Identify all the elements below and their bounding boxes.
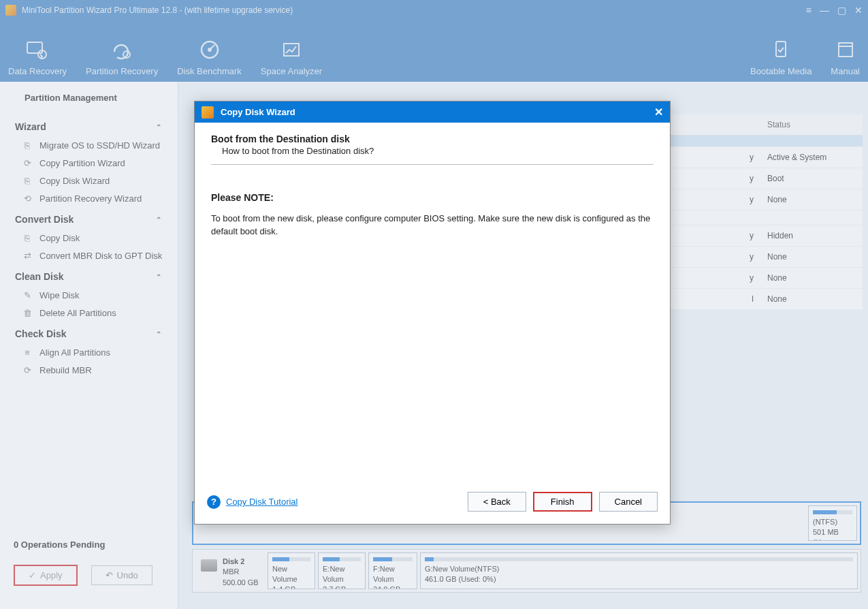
tab-partition-management[interactable]: Partition Management: [14, 86, 128, 110]
wizard-icon: [202, 106, 214, 119]
sidebar-item-copy-partition[interactable]: ⟳Copy Partition Wizard: [0, 154, 171, 172]
migrate-icon: ⎘: [22, 140, 33, 151]
sidebar-item-partition-recovery[interactable]: ⟲Partition Recovery Wizard: [0, 189, 171, 207]
copy-icon: ⎘: [22, 232, 33, 243]
undo-button[interactable]: ↶Undo: [91, 565, 152, 585]
apply-button[interactable]: ✓Apply: [14, 565, 78, 586]
disk-label: Disk 2 MBR 500.00 GB: [195, 552, 263, 589]
dialog-subheading: How to boot from the Destination disk?: [222, 146, 654, 156]
space-analyzer-button[interactable]: Space Analyzer: [261, 37, 322, 76]
sidebar-item-convert-mbr-gpt[interactable]: ⇄Convert MBR Disk to GPT Disk: [0, 247, 171, 264]
copy-partition-icon: ⟳: [22, 157, 33, 168]
divider: [211, 164, 654, 165]
maximize-icon[interactable]: ▢: [837, 5, 846, 16]
align-icon: ≡: [22, 347, 33, 358]
svg-rect-8: [839, 43, 852, 57]
dialog-title: Copy Disk Wizard: [221, 107, 654, 117]
back-button[interactable]: < Back: [468, 492, 526, 512]
operations-pending: 0 Operations Pending: [0, 531, 175, 558]
space-analyzer-icon: [279, 37, 304, 62]
partition-recovery-label: Partition Recovery: [86, 66, 158, 76]
data-recovery-icon: [25, 37, 50, 62]
sidebar-group-clean-disk[interactable]: Clean Disk⌃: [0, 264, 171, 286]
dialog-heading: Boot from the Destination disk: [211, 134, 654, 144]
chevron-up-icon: ⌃: [156, 216, 161, 223]
copy-disk-icon: ⎘: [22, 175, 33, 186]
sidebar-item-rebuild-mbr[interactable]: ⟳Rebuild MBR: [0, 361, 171, 379]
convert-icon: ⇄: [22, 250, 33, 261]
disk-icon: [201, 559, 217, 572]
tutorial-link[interactable]: ? Copy Disk Tutorial: [207, 495, 298, 509]
disk-benchmark-icon: [197, 37, 222, 62]
copy-disk-wizard-dialog: Copy Disk Wizard ✕ Boot from the Destina…: [194, 101, 671, 525]
sidebar-group-convert-disk[interactable]: Convert Disk⌃: [0, 207, 171, 229]
disk-partition[interactable]: F:New Volum34.8 GB (Us: [368, 552, 417, 589]
minimize-icon[interactable]: —: [820, 5, 829, 16]
disk-partition[interactable]: E:New Volum2.7 GB (Used: [318, 552, 366, 589]
col-header-status: Status: [760, 114, 863, 135]
disk-partition[interactable]: New Volume1.4 GB (Used: [268, 552, 315, 589]
chevron-up-icon: ⌃: [156, 273, 161, 281]
bootable-media-label: Bootable Media: [750, 66, 811, 76]
sidebar-item-copy-disk-wizard[interactable]: ⎘Copy Disk Wizard: [0, 172, 171, 189]
recovery-icon: ⟲: [22, 193, 33, 204]
tutorial-link-text[interactable]: Copy Disk Tutorial: [226, 497, 298, 507]
close-icon[interactable]: ✕: [854, 5, 863, 16]
space-analyzer-label: Space Analyzer: [261, 66, 322, 76]
main-toolbar: Data Recovery Partition Recovery Disk Be…: [0, 20, 868, 82]
cancel-button[interactable]: Cancel: [599, 492, 658, 512]
dialog-footer: ? Copy Disk Tutorial < Back Finish Cance…: [195, 485, 670, 524]
sidebar-item-wipe-disk[interactable]: ✎Wipe Disk: [0, 286, 171, 304]
sidebar-item-copy-disk[interactable]: ⎘Copy Disk: [0, 229, 171, 247]
window-title: MiniTool Partition Wizard Pro Ultimate 1…: [22, 5, 806, 15]
bootable-media-button[interactable]: Bootable Media: [750, 37, 811, 76]
wipe-icon: ✎: [22, 290, 33, 300]
sidebar-item-delete-all[interactable]: 🗑Delete All Partitions: [0, 304, 171, 322]
finish-button[interactable]: Finish: [533, 492, 592, 512]
data-recovery-label: Data Recovery: [8, 66, 67, 76]
sidebar-item-align-partitions[interactable]: ≡Align All Partitions: [0, 343, 171, 361]
note-text: To boot from the new disk, please config…: [211, 213, 654, 238]
disk-benchmark-button[interactable]: Disk Benchmark: [177, 37, 242, 76]
sidebar: Wizard⌃ ⎘Migrate OS to SSD/HD Wizard ⟳Co…: [0, 82, 178, 609]
disk-partition[interactable]: (NTFS) 501 MB (Use: [808, 505, 857, 541]
disk-benchmark-label: Disk Benchmark: [177, 66, 242, 76]
dialog-close-icon[interactable]: ✕: [654, 106, 663, 119]
svg-rect-7: [776, 42, 786, 57]
manual-label: Manual: [831, 66, 860, 76]
data-recovery-button[interactable]: Data Recovery: [8, 37, 67, 76]
sidebar-group-check-disk[interactable]: Check Disk⌃: [0, 322, 171, 343]
note-heading: Please NOTE:: [211, 192, 654, 203]
manual-icon: [833, 37, 858, 62]
partition-recovery-icon: [110, 37, 134, 62]
manual-button[interactable]: Manual: [831, 37, 860, 76]
check-icon: ✓: [29, 570, 36, 580]
dialog-body: Boot from the Destination disk How to bo…: [195, 123, 670, 485]
trash-icon: 🗑: [22, 307, 33, 318]
sidebar-item-migrate-os[interactable]: ⎘Migrate OS to SSD/HD Wizard: [0, 136, 171, 154]
bootable-media-icon: [769, 37, 793, 62]
undo-icon: ↶: [106, 570, 113, 580]
disk-row-2[interactable]: Disk 2 MBR 500.00 GB New Volume1.4 GB (U…: [192, 549, 861, 593]
svg-rect-6: [284, 44, 299, 56]
sidebar-group-wizard[interactable]: Wizard⌃: [0, 114, 171, 136]
help-icon: ?: [207, 495, 221, 509]
svg-line-5: [210, 45, 214, 50]
rebuild-icon: ⟳: [22, 364, 33, 375]
app-icon: [5, 5, 16, 16]
chevron-up-icon: ⌃: [156, 123, 161, 131]
title-bar: MiniTool Partition Wizard Pro Ultimate 1…: [0, 0, 868, 20]
partition-recovery-button[interactable]: Partition Recovery: [86, 37, 158, 76]
menu-icon[interactable]: ≡: [806, 5, 811, 16]
chevron-up-icon: ⌃: [156, 330, 161, 338]
dialog-titlebar: Copy Disk Wizard ✕: [195, 102, 670, 123]
disk-partition[interactable]: G:New Volume(NTFS)461.0 GB (Used: 0%): [420, 552, 858, 589]
